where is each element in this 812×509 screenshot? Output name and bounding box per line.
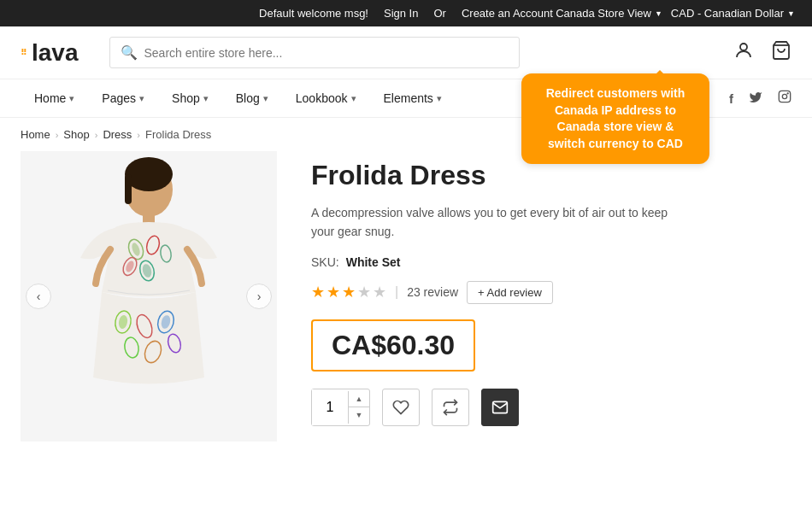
email-button[interactable] [481, 389, 519, 426]
image-prev-arrow[interactable]: ‹ [26, 284, 51, 309]
quantity-up-arrow[interactable]: ▲ [349, 391, 369, 407]
quantity-arrows: ▲ ▼ [348, 391, 369, 424]
product-actions: ▲ ▼ [311, 389, 791, 426]
svg-point-3 [782, 94, 786, 98]
twitter-link[interactable] [749, 91, 762, 107]
product-description: A decompression valve allows you to get … [311, 203, 687, 242]
breadcrumb-dress[interactable]: Dress [103, 128, 132, 141]
search-icon: 🔍 [121, 44, 138, 61]
product-info: Frolida Dress A decompression valve allo… [311, 151, 791, 442]
svg-rect-2 [779, 91, 790, 102]
product-image [55, 155, 243, 437]
header-icons [733, 40, 791, 66]
nav-home[interactable]: Home [21, 79, 88, 117]
image-next-arrow[interactable]: › [246, 284, 272, 309]
nav-shop[interactable]: Shop [158, 79, 222, 117]
quantity-input[interactable]: ▲ ▼ [311, 389, 370, 426]
product-sku: SKU: White Set [311, 255, 791, 269]
or-text: Or [433, 7, 445, 20]
currency-dropdown[interactable]: CAD - Canadian Dollar [671, 7, 795, 20]
breadcrumb-sep-2: › [95, 130, 98, 140]
user-icon[interactable] [733, 40, 754, 66]
star-2: ★ [327, 283, 340, 301]
tooltip-bubble: Redirect customers with Canada IP addres… [521, 73, 709, 164]
svg-rect-7 [125, 174, 132, 204]
top-bar-right: Canada Store View CAD - Canadian Dollar [556, 7, 795, 20]
quantity-down-arrow[interactable]: ▼ [349, 407, 369, 424]
star-rating: ★ ★ ★ ★ ★ [311, 283, 386, 301]
product-image-container: ‹ [21, 151, 277, 442]
product-price: CA$60.30 [332, 330, 455, 360]
star-1: ★ [311, 283, 325, 301]
rating-divider: | [395, 284, 398, 300]
star-3: ★ [342, 283, 356, 301]
rating-row: ★ ★ ★ ★ ★ | 23 review + Add review [311, 281, 791, 304]
instagram-link[interactable] [778, 90, 791, 107]
top-bar: Default welcome msg! Sign In Or Create a… [0, 0, 812, 26]
nav-lookbook[interactable]: Lookbook [282, 79, 370, 117]
cart-icon[interactable] [771, 40, 791, 66]
breadcrumb-sep-1: › [56, 130, 59, 140]
nav-social: f [729, 90, 791, 107]
search-input[interactable] [144, 46, 509, 60]
compare-button[interactable] [432, 389, 469, 426]
quantity-value[interactable] [312, 389, 348, 425]
sku-label: SKU: [311, 255, 339, 269]
logo-dots: ⠿ [21, 48, 26, 57]
welcome-message: Default welcome msg! [259, 7, 368, 20]
star-4: ★ [357, 283, 371, 301]
nav-elements[interactable]: Elements [370, 79, 456, 117]
add-review-button[interactable]: + Add review [467, 281, 553, 304]
breadcrumb-sep-3: › [137, 130, 140, 140]
breadcrumb-current: Frolida Dress [145, 128, 211, 141]
svg-point-6 [125, 157, 173, 191]
facebook-link[interactable]: f [729, 91, 733, 106]
svg-point-4 [787, 93, 788, 94]
product-title: Frolida Dress [311, 160, 791, 191]
wishlist-button[interactable] [382, 389, 420, 426]
sku-value: White Set [346, 255, 401, 269]
review-count: 23 review [407, 285, 458, 299]
product-area: ‹ [0, 151, 812, 459]
price-box: CA$60.30 [311, 319, 475, 372]
breadcrumb-shop[interactable]: Shop [63, 128, 89, 141]
logo[interactable]: ⠿ lava [21, 39, 79, 67]
breadcrumb-home[interactable]: Home [21, 128, 50, 141]
signin-link[interactable]: Sign In [384, 7, 418, 20]
store-view-dropdown[interactable]: Canada Store View [556, 7, 662, 20]
create-account-link[interactable]: Create an Account [462, 7, 553, 20]
svg-point-0 [740, 44, 747, 50]
star-5: ★ [373, 283, 386, 301]
logo-text: lava [32, 39, 79, 67]
nav-pages[interactable]: Pages [88, 79, 158, 117]
search-bar[interactable]: 🔍 [109, 37, 520, 68]
header: ⠿ lava 🔍 Redirect customers with Canada … [0, 26, 812, 79]
nav-blog[interactable]: Blog [222, 79, 282, 117]
